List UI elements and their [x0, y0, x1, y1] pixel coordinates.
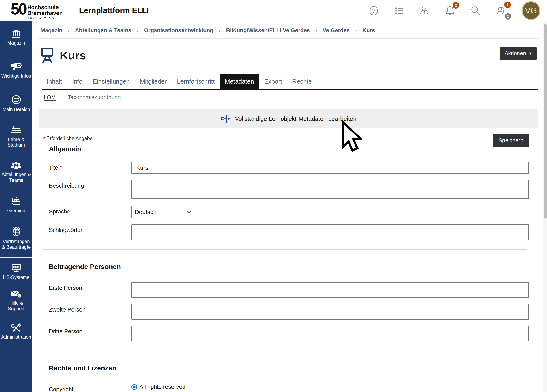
actions-button[interactable]: Aktionen ▼ — [500, 47, 537, 60]
logo-years: 1975 – 2025 — [27, 17, 63, 20]
contacts-badge-bottom: 1 — [505, 13, 511, 20]
svg-text:!: ! — [426, 11, 427, 14]
page-title-row: Kurs Aktionen ▼ — [39, 39, 538, 63]
breadcrumb-item[interactable]: Bildung/Wissen/ELLI Ve Gerdes — [226, 27, 310, 34]
user-avatar[interactable]: VG — [521, 1, 540, 20]
sprache-select[interactable]: Deutsch — [131, 206, 195, 218]
tab-lernfortschritt[interactable]: Lernfortschritt — [172, 74, 220, 89]
help-icon: ? — [369, 6, 378, 16]
zweite-person-input[interactable] — [131, 304, 529, 319]
dritte-person-input[interactable] — [131, 326, 529, 341]
tab-bar: Inhalt Info Einstellungen Mitglieder Ler… — [42, 74, 538, 90]
tab-rechte[interactable]: Rechte — [287, 74, 317, 89]
sidebar-item-label: Magazin — [7, 40, 25, 46]
metadata-form: * Erforderliche Angabe Speichern Allgeme… — [39, 135, 529, 392]
form-row-erste-person: Erste Person — [49, 282, 529, 298]
breadcrumb-item[interactable]: Magazin — [41, 27, 62, 34]
scrollbar-thumb[interactable] — [544, 24, 547, 219]
main-content: Magazin › Abteilungen & Teams › Organisa… — [33, 21, 543, 392]
chevron-down-icon: ▼ — [528, 51, 532, 56]
sidebar-item-hs-systeme[interactable]: HS-Systeme — [0, 257, 33, 286]
sidebar-item-label: Wichtige Infos — [1, 73, 31, 79]
sidebar-item-abteilungen-teams[interactable]: Abteilungen & Teams — [0, 153, 33, 191]
svg-text:?: ? — [372, 7, 375, 14]
tab-info[interactable]: Info — [67, 74, 88, 89]
breadcrumb-item[interactable]: Ve Gerdes — [322, 27, 350, 34]
svg-text:?: ? — [19, 294, 20, 298]
required-note: Erforderliche Angabe — [46, 135, 92, 141]
sidebar-item-magazin[interactable]: Magazin — [0, 21, 33, 54]
breadcrumb-item-current: Kurs — [362, 27, 375, 34]
schlagwoerter-label: Schlagwörter — [49, 224, 131, 233]
sidebar-item-label: Gremien — [7, 208, 25, 213]
erste-person-label: Erste Person — [49, 282, 131, 291]
search-icon — [471, 6, 480, 16]
sidebar-item-mein-bereich[interactable]: Mein Bereich — [0, 87, 33, 120]
subtab-taxonomiezuordnung[interactable]: Taxonomiezuordnung — [68, 94, 121, 101]
course-easel-icon — [41, 47, 54, 63]
breadcrumb: Magazin › Abteilungen & Teams › Organisa… — [39, 21, 538, 39]
save-button[interactable]: Speichern — [493, 134, 529, 147]
logo-line2: Bremerhaven — [27, 10, 63, 16]
sidebar-item-lehre-studium[interactable]: Lehre & Studium — [0, 120, 33, 153]
logo-50-text: 50 — [11, 2, 26, 16]
notifications-button[interactable]: 2 — [445, 5, 455, 16]
breadcrumb-separator-icon: › — [219, 27, 221, 34]
books-icon — [11, 126, 21, 135]
top-header: 50 Hochschule Bremerhaven 1975 – 2025 Le… — [0, 0, 547, 21]
sprache-selected-value: Deutsch — [135, 209, 157, 216]
help-button[interactable]: ? — [369, 5, 379, 16]
beschreibung-label: Beschreibung — [49, 180, 131, 189]
vertical-scrollbar[interactable] — [543, 21, 547, 392]
sidebar-item-wichtige-infos[interactable]: Wichtige Infos — [0, 54, 33, 87]
search-button[interactable] — [471, 5, 480, 16]
copyright-label: Copyright — [49, 384, 131, 392]
edit-full-metadata-banner[interactable]: Vollständige Lernobjekt-Metadaten bearbe… — [39, 109, 538, 128]
sprache-label: Sprache — [49, 206, 131, 215]
actions-button-label: Aktionen — [505, 50, 526, 57]
beschreibung-textarea[interactable] — [131, 180, 529, 199]
titel-input[interactable] — [131, 162, 529, 174]
section-title-beitragende: Beitragende Personen — [49, 263, 529, 271]
mail-question-icon: ? — [11, 290, 22, 298]
logo-line1: Hochschule — [27, 5, 63, 10]
breadcrumb-separator-icon: › — [68, 27, 70, 34]
member-alert-button[interactable]: ! — [420, 5, 430, 16]
sidebar-item-vertretungen-beauftragte[interactable]: Vertretungen & Beauftragte — [0, 220, 33, 257]
form-row-beschreibung: Beschreibung — [49, 180, 529, 200]
schlagwoerter-input[interactable] — [131, 224, 529, 240]
sidebar-item-gremien[interactable]: Gremien — [0, 191, 33, 220]
section-divider — [43, 351, 527, 351]
breadcrumb-item[interactable]: Abteilungen & Teams — [75, 27, 131, 34]
sidebar-item-label: Mein Bereich — [2, 107, 30, 112]
tab-einstellungen[interactable]: Einstellungen — [88, 74, 135, 89]
person-alert-icon: ! — [420, 5, 430, 16]
breadcrumb-separator-icon: › — [355, 27, 357, 34]
form-row-dritte-person: Dritte Person — [49, 326, 529, 341]
sidebar-item-administration[interactable]: Administration — [0, 315, 33, 348]
tab-mitglieder[interactable]: Mitglieder — [135, 74, 172, 89]
list-menu-button[interactable] — [394, 5, 404, 16]
titel-required-asterisk: * — [60, 164, 62, 171]
sidebar-item-label: HS-Systeme — [3, 275, 29, 280]
breadcrumb-item[interactable]: Organisationsentwicklung — [144, 27, 213, 34]
smiley-icon — [11, 95, 21, 105]
breadcrumb-separator-icon: › — [315, 27, 317, 34]
share-branch-icon — [220, 114, 230, 124]
monitor-icon — [11, 264, 21, 273]
tab-export[interactable]: Export — [259, 74, 287, 89]
subtab-lom[interactable]: LOM — [44, 94, 56, 101]
tab-inhalt[interactable]: Inhalt — [42, 74, 67, 89]
tab-metadaten[interactable]: Metadaten — [220, 74, 259, 89]
copyright-option-label: All rights reserved — [139, 384, 185, 390]
contacts-button[interactable]: 1 1 — [496, 5, 506, 16]
chevron-down-icon — [187, 210, 191, 213]
section-title-allgemein: Allgemein — [49, 145, 529, 153]
page-title: Kurs — [60, 49, 86, 62]
copyright-radio-selected[interactable] — [131, 384, 137, 390]
university-logo[interactable]: 50 Hochschule Bremerhaven 1975 – 2025 — [11, 2, 63, 20]
sidebar-item-hilfe-support[interactable]: ? Hilfe & Support — [0, 286, 33, 315]
committee-icon — [11, 197, 21, 206]
main-sidebar: Magazin Wichtige Infos Mein Bereich Lehr… — [0, 21, 33, 392]
erste-person-input[interactable] — [131, 282, 529, 298]
